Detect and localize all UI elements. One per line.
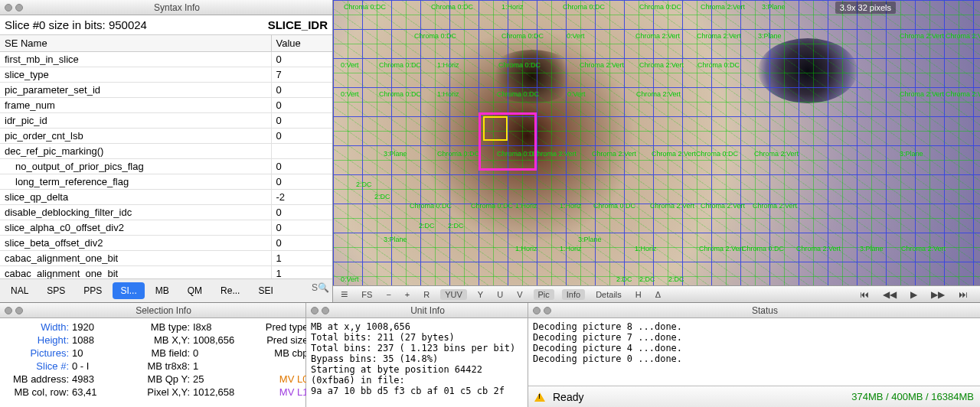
unit-info-title: Unit Info <box>332 305 523 316</box>
tab-qm[interactable]: QM <box>180 282 210 299</box>
mb-label: Chroma 2:Vert <box>900 90 944 98</box>
zoom-in-button[interactable]: + <box>402 290 413 299</box>
syntax-row[interactable]: pic_parameter_set_id0 <box>0 83 332 98</box>
mb-label: Chroma 2:Vert <box>701 202 745 210</box>
status-title: Status <box>554 305 975 316</box>
mbaddr-value: 4983 <box>72 373 118 385</box>
mb-label: Chroma 0:DC <box>498 61 541 69</box>
mb-label: 0:Vert <box>341 275 359 283</box>
last-frame-icon[interactable]: ⏭ <box>956 289 971 300</box>
syntax-row[interactable]: no_output_of_prior_pics_flag0 <box>0 159 332 174</box>
mb-label: Chroma 2:Vert <box>946 90 980 98</box>
mvl1-key: MV L1: <box>242 386 311 398</box>
unit-info-pane: Unit Info MB at x,y 1008,656 Total bits:… <box>306 303 528 407</box>
se-name: first_mb_in_slice <box>0 52 271 67</box>
col-se-name[interactable]: SE Name <box>0 35 271 52</box>
syntax-row[interactable]: dec_ref_pic_marking() <box>0 144 332 159</box>
reset-button[interactable]: R <box>420 290 433 299</box>
prev-frame-icon[interactable]: ◀◀ <box>880 289 900 300</box>
minimize-dot-icon[interactable] <box>322 307 329 314</box>
syntax-row[interactable]: disable_deblocking_filter_idc0 <box>0 205 332 220</box>
se-value: 1 <box>271 266 332 279</box>
col-value[interactable]: Value <box>271 35 332 52</box>
height-key: Height: <box>8 334 69 346</box>
syntax-row[interactable]: slice_beta_offset_div20 <box>0 236 332 251</box>
tab-nal[interactable]: NAL <box>3 282 36 299</box>
mb-label: 2:DC <box>668 275 684 283</box>
mbqpy-value: 25 <box>193 373 239 385</box>
tab-sps[interactable]: SPS <box>39 282 73 299</box>
tab-pps[interactable]: PPS <box>76 282 109 299</box>
minimize-dot-icon[interactable] <box>15 307 23 314</box>
h-button[interactable]: H <box>632 290 645 299</box>
tab-sei[interactable]: SEI <box>250 282 280 299</box>
mb-label: 1:Horiz <box>560 245 582 252</box>
mb-label: 1:Horiz <box>437 90 459 98</box>
zoom-out-button[interactable]: − <box>383 290 394 299</box>
se-name: cabac_alignment_one_bit <box>0 266 271 279</box>
syntax-row[interactable]: cabac_alignment_one_bit1 <box>0 266 332 279</box>
frame-viewer[interactable]: Chroma 0:DCChroma 0:DC1:HorizChroma 0:DC… <box>333 0 980 302</box>
tab-mb[interactable]: MB <box>148 282 177 299</box>
se-value: 7 <box>271 67 332 83</box>
u-plane-button[interactable]: U <box>494 290 506 299</box>
search-icon[interactable]: S🔍 <box>312 282 329 299</box>
syntax-row[interactable]: idr_pic_id0 <box>0 113 332 129</box>
se-name: disable_deblocking_filter_idc <box>0 205 271 220</box>
y-plane-button[interactable]: Y <box>475 290 486 299</box>
close-dot-icon[interactable] <box>311 307 318 314</box>
syntax-row[interactable]: long_term_reference_flag0 <box>0 174 332 190</box>
mb-label: Chroma 2:Vert <box>652 150 696 158</box>
video-toolbar: ≡ FS − + R YUV Y U V Pic Info Details H … <box>333 285 980 302</box>
syntax-row[interactable]: slice_alpha_c0_offset_div20 <box>0 220 332 236</box>
mb-label: Chroma 2:Vert <box>900 32 944 40</box>
info-button[interactable]: Info <box>562 289 585 300</box>
syntax-row[interactable]: frame_num0 <box>0 98 332 113</box>
syntax-row[interactable]: slice_type7 <box>0 67 332 83</box>
yuv-button[interactable]: YUV <box>440 289 467 300</box>
delta-button[interactable]: Δ <box>652 290 664 299</box>
fullscreen-button[interactable]: FS <box>358 290 375 299</box>
mb-label: 3:Plane <box>762 3 786 11</box>
mb-label: 2:DC <box>616 275 632 283</box>
tab-re[interactable]: Re... <box>213 282 247 299</box>
mbcolrow-value: 63,41 <box>72 386 118 398</box>
syntax-tabbar: NALSPSPPSSI...MBQMRe...SEIS🔍 <box>0 278 332 302</box>
syntax-row[interactable]: cabac_alignment_one_bit1 <box>0 251 332 266</box>
se-name: no_output_of_prior_pics_flag <box>0 159 271 174</box>
warning-icon[interactable] <box>534 392 545 402</box>
selection-info-title: Selection Info <box>26 305 301 316</box>
mb-label: 1:Horiz <box>635 245 657 252</box>
mb-label: 1:Horiz <box>515 245 537 252</box>
close-dot-icon[interactable] <box>5 4 12 11</box>
mbtr8-key: MB tr8x8: <box>121 360 190 372</box>
syntax-row[interactable]: slice_qp_delta-2 <box>0 190 332 205</box>
syntax-row[interactable]: pic_order_cnt_lsb0 <box>0 129 332 144</box>
selected-block-outline <box>483 116 508 141</box>
play-icon[interactable]: ▶ <box>907 289 920 300</box>
mb-label: Chroma 2:Vert <box>754 150 799 158</box>
syntax-row[interactable]: first_mb_in_slice0 <box>0 52 332 67</box>
close-dot-icon[interactable] <box>5 307 12 314</box>
mbcbp-key: MB cbp: <box>242 347 311 359</box>
mb-label: Chroma 0:DC <box>410 202 452 210</box>
close-dot-icon[interactable] <box>533 307 541 314</box>
next-frame-icon[interactable]: ▶▶ <box>928 289 948 300</box>
mb-label: 2:DC <box>356 181 372 188</box>
memory-usage: 374MB / 400MB / 16384MB <box>851 391 974 402</box>
first-frame-icon[interactable]: ⏮ <box>857 289 872 300</box>
mvl0-key: MV L0: <box>242 373 311 385</box>
details-button[interactable]: Details <box>593 290 625 299</box>
width-key: Width: <box>8 321 69 333</box>
minimize-dot-icon[interactable] <box>15 4 23 11</box>
minimize-dot-icon[interactable] <box>544 307 551 314</box>
pic-button[interactable]: Pic <box>534 289 554 300</box>
tab-si[interactable]: SI... <box>113 282 144 299</box>
mb-label: Chroma 0:DC <box>696 150 738 158</box>
v-plane-button[interactable]: V <box>514 290 525 299</box>
se-name: slice_beta_offset_div2 <box>0 236 271 251</box>
hamburger-icon[interactable]: ≡ <box>338 288 351 301</box>
mb-label: Chroma 0:DC <box>344 3 386 11</box>
se-value: 0 <box>271 113 332 129</box>
slice-key: Slice #: <box>8 360 69 372</box>
